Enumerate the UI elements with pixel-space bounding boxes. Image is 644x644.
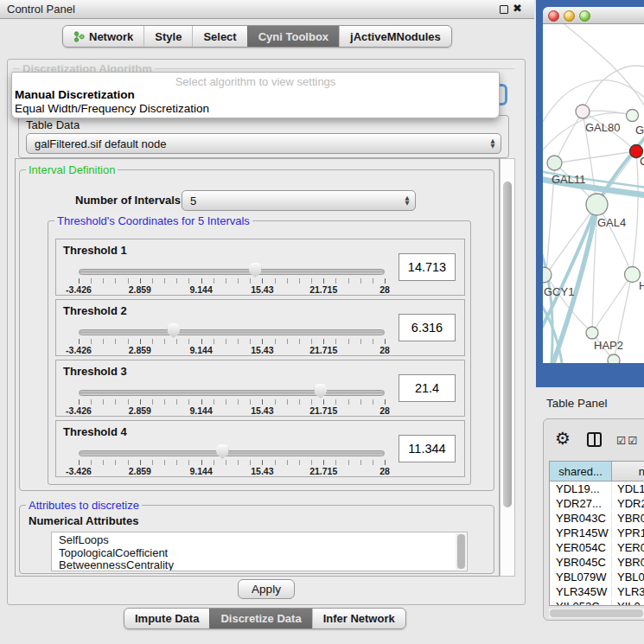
table-data-combo[interactable]: galFiltered.sif default node ▲▼	[26, 133, 501, 154]
threshold-3-value-field[interactable]	[399, 374, 456, 402]
tab-style[interactable]: Style	[143, 26, 192, 47]
list-scrollbar[interactable]	[456, 533, 466, 570]
threshold-3-slider[interactable]: -3.4262.8599.14415.4321.71528	[79, 386, 388, 416]
threshold-1-label: Threshold 1	[63, 244, 127, 257]
table-horizontal-scrollbar[interactable]	[549, 609, 644, 618]
table-horizontal-scrollbar-thumb[interactable]	[550, 609, 643, 617]
tab-network[interactable]: Network	[63, 26, 143, 47]
threshold-2-value-field[interactable]	[399, 314, 456, 341]
float-window-icon[interactable]	[500, 5, 508, 14]
settings-scroll-viewport: Interval Definition Number of Intervals …	[15, 158, 500, 577]
tab-impute-data[interactable]: Impute Data	[124, 609, 209, 628]
thresholds-group-title: Threshold's Coordinates for 5 Intervals	[54, 214, 252, 227]
slider-tick-label: 15.43	[251, 405, 273, 416]
app-root: Control Panel ✖ Network Style Select Cyn…	[0, 0, 644, 644]
threshold-1-value-field[interactable]	[399, 253, 456, 281]
table-cell: YBR045C	[550, 556, 612, 569]
algorithm-option-equal-width[interactable]: Equal Width/Frequency Discretization	[12, 102, 499, 116]
table-data-group: Table Data galFiltered.sif default node …	[18, 115, 509, 158]
slider-thumb[interactable]	[314, 384, 327, 399]
table-row[interactable]: YER054CYER0	[550, 540, 644, 555]
network-node[interactable]	[586, 327, 598, 339]
slider-track[interactable]	[79, 450, 385, 456]
slider-tick-label: 2.859	[129, 405, 151, 416]
column-header-name[interactable]: na	[612, 462, 644, 481]
table-cell: YIL052C	[550, 600, 612, 606]
network-node[interactable]	[608, 354, 620, 363]
network-node-label: GA	[635, 124, 644, 137]
slider-tick-labels: -3.4262.8599.14415.4321.71528	[79, 405, 385, 416]
column-header-shared-name[interactable]: shared...	[550, 462, 612, 481]
table-row[interactable]: YBR045CYBR0	[550, 555, 644, 570]
attribute-item[interactable]: SelfLoops	[52, 534, 455, 547]
table-cell: YBL079W	[550, 571, 612, 583]
tab-select-label: Select	[203, 30, 236, 43]
algorithm-option-manual[interactable]: Manual Discretization	[12, 88, 499, 102]
threshold-4-slider[interactable]: -3.4262.8599.14415.4321.71528	[79, 447, 388, 476]
attributes-group-title: Attributes to discretize	[26, 499, 142, 512]
table-row[interactable]: YIL052CYIL0	[550, 599, 644, 606]
zoom-traffic-light-icon[interactable]	[579, 10, 590, 22]
table-row[interactable]: YPR145WYPR1	[550, 526, 644, 540]
tab-jactivemnodules[interactable]: jActiveMNodules	[339, 26, 451, 47]
table-row[interactable]: YDR27...YDR2	[550, 496, 644, 511]
attributes-group: Attributes to discretize Numerical Attri…	[19, 505, 494, 574]
slider-track[interactable]	[79, 390, 385, 396]
attribute-item[interactable]: TopologicalCoefficient	[52, 547, 455, 560]
slider-tick-label: 2.859	[129, 466, 151, 476]
threshold-2-label: Threshold 2	[63, 304, 127, 317]
slider-thumb[interactable]	[167, 323, 180, 338]
combo-stepper-icon: ▲▼	[487, 138, 501, 149]
slider-tick-label: 28	[379, 466, 390, 476]
slider-track[interactable]	[79, 269, 385, 275]
slider-tick-label: 28	[379, 405, 390, 416]
table-row[interactable]: YLR345WYLR3	[550, 584, 644, 599]
slider-tick-label: 28	[379, 284, 390, 295]
numerical-attributes-list[interactable]: SelfLoopsTopologicalCoefficientBetweenne…	[51, 532, 468, 571]
tab-discretize-data[interactable]: Discretize Data	[209, 609, 311, 628]
threshold-1-panel: Threshold 1 -3.4262.8599.14415.4321.7152…	[55, 239, 465, 296]
network-node[interactable]	[576, 105, 590, 118]
network-canvas[interactable]: GAL80GACGAL11GAL4GCY1HHAP2	[543, 24, 644, 363]
close-traffic-light-icon[interactable]	[548, 10, 559, 22]
table-row[interactable]: YBL079WYBL0	[550, 570, 644, 584]
network-node-label: H	[639, 279, 644, 292]
slider-ticks	[79, 339, 386, 344]
network-node[interactable]	[625, 267, 641, 283]
split-columns-icon[interactable]	[587, 432, 602, 447]
table-row[interactable]: YBR043CYBR0	[550, 511, 644, 526]
main-scrollbar-thumb[interactable]	[503, 182, 512, 507]
network-node[interactable]	[586, 194, 608, 215]
tab-impute-data-label: Impute Data	[135, 612, 199, 625]
checkbox-columns-icon[interactable]: ☑☑	[616, 434, 639, 447]
tab-select[interactable]: Select	[192, 26, 246, 47]
thresholds-group: Threshold's Coordinates for 5 Intervals …	[48, 220, 471, 485]
network-node[interactable]	[627, 110, 639, 122]
close-icon[interactable]: ✖	[513, 2, 522, 15]
list-scrollbar-thumb[interactable]	[457, 534, 465, 569]
tab-cyni-toolbox[interactable]: Cyni Toolbox	[247, 26, 339, 47]
table-panel-title: Table Panel	[546, 397, 608, 410]
slider-tick-label: 9.144	[189, 284, 212, 295]
table-row[interactable]: YDL19...YDL1	[550, 481, 644, 496]
slider-tick-label: 2.859	[129, 284, 151, 295]
gear-icon[interactable]: ⚙	[555, 430, 571, 447]
slider-thumb[interactable]	[249, 263, 262, 277]
minimize-traffic-light-icon[interactable]	[564, 10, 575, 22]
top-tab-bar: Network Style Select Cyni Toolbox jActiv…	[62, 25, 452, 48]
node-attribute-table: shared... na YDL19...YDL1YDR27...YDR2YBR…	[549, 461, 644, 606]
tab-style-label: Style	[155, 30, 182, 43]
threshold-2-slider[interactable]: -3.4262.8599.14415.4321.71528	[79, 326, 388, 355]
network-node[interactable]	[547, 156, 562, 170]
threshold-4-value-field[interactable]	[399, 435, 456, 462]
slider-track[interactable]	[79, 329, 385, 335]
threshold-1-slider[interactable]: -3.4262.8599.14415.4321.71528	[79, 265, 388, 295]
table-cell: YPR1	[612, 526, 644, 539]
number-of-intervals-combo[interactable]: 5 ▲▼	[182, 190, 416, 211]
main-scrollbar[interactable]	[500, 158, 515, 577]
attribute-item[interactable]: BetweennessCentrality	[52, 559, 455, 571]
apply-button[interactable]: Apply	[238, 579, 295, 599]
slider-tick-label: 2.859	[129, 345, 151, 355]
slider-thumb[interactable]	[216, 444, 229, 459]
tab-infer-network[interactable]: Infer Network	[312, 609, 405, 628]
